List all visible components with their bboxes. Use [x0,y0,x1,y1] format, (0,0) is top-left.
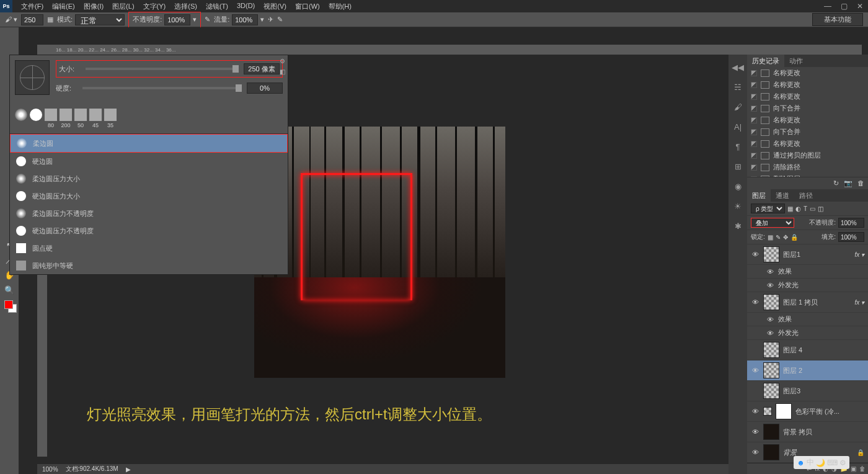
channels-tab[interactable]: 通道 [771,189,794,202]
visibility-toggle[interactable]: 👁 [751,366,760,375]
fx-badge[interactable]: fx ▾ [854,251,864,258]
layer-opacity-field[interactable] [838,218,864,228]
brush-list-item[interactable]: 圆点硬 [10,239,288,257]
lock-position-icon[interactable]: ✥ [783,234,788,241]
pressure-opacity-icon[interactable]: ✎ [205,16,210,24]
preset-thumb[interactable]: 45 [89,109,102,128]
visibility-toggle[interactable]: 👁 [766,329,774,338]
history-item[interactable]: 向下合并 [747,102,868,114]
zoom-value[interactable]: 100% [42,466,58,473]
brush-size-field[interactable] [21,14,43,25]
flow-field[interactable] [232,14,258,25]
menu-filter[interactable]: 滤镜(T) [202,1,232,12]
layers-tab[interactable]: 图层 [747,189,771,202]
actions-tab[interactable]: 动作 [784,55,808,67]
brush-list-item[interactable]: 硬边圆压力大小 [10,187,288,205]
character-icon[interactable]: A| [732,120,744,133]
history-item[interactable]: 通过拷贝的图层 [747,150,868,161]
visibility-toggle[interactable] [751,346,760,354]
history-camera-icon[interactable]: 📷 [844,179,852,187]
layer-item[interactable]: 👁图层 2 [747,360,868,381]
fill-field[interactable] [838,232,864,242]
preset-thumb[interactable]: 80 [45,109,57,128]
brush-presets-icon[interactable]: 🖌 [732,101,744,113]
brush-list-item[interactable]: 柔边圆 [10,134,288,153]
menu-select[interactable]: 选择(S) [170,1,201,12]
brush-list-item[interactable]: 圆钝形中等硬 [10,257,288,274]
history-item[interactable]: 名称更改 [747,91,868,102]
hardness-slider[interactable] [82,87,242,89]
layer-item[interactable]: 👁外发光 [747,326,868,340]
history-item[interactable]: 名称更改 [747,114,868,126]
brush-tool-icon[interactable]: 🖌 ▾ [5,16,17,24]
preset-thumb[interactable] [15,109,27,128]
history-item[interactable]: 名称更改 [747,67,868,79]
preset-thumb[interactable]: 200 [60,109,72,128]
lock-paint-icon[interactable]: ✎ [776,234,781,241]
layer-item[interactable]: 👁⚖色彩平衡 (冷... [747,401,868,422]
opacity-field[interactable] [164,14,190,25]
layer-filter-select[interactable]: ρ 类型 [751,203,785,213]
visibility-toggle[interactable]: 👁 [766,267,774,276]
menu-3d[interactable]: 3D(D) [233,1,259,12]
brush-list-item[interactable]: 柔边圆压力不透明度 [10,205,288,222]
menu-type[interactable]: 文字(Y) [140,1,170,12]
lock-pixels-icon[interactable]: ▦ [768,234,773,241]
brush-preset-toggle[interactable]: ▦ [47,16,53,24]
layer-item[interactable]: 👁图层 1 拷贝fx ▾ [747,292,868,313]
filter-smart-icon[interactable]: ◫ [818,205,823,212]
history-item[interactable]: 名称更改 [747,138,868,150]
layer-item[interactable]: 👁图层1fx ▾ [747,244,868,265]
blend-mode-layer-select[interactable]: 叠加 [751,218,794,228]
brush-list-item[interactable]: 硬边圆 [10,153,288,170]
history-trash-icon[interactable]: 🗑 [857,179,864,187]
filter-shape-icon[interactable]: ▭ [810,205,815,212]
pressure-size-icon[interactable]: ✎ [277,16,283,24]
dock-collapse-icon[interactable]: ◀◀ [732,61,744,73]
size-value[interactable] [244,63,280,74]
visibility-toggle[interactable]: 👁 [751,427,760,436]
lock-all-icon[interactable]: 🔒 [790,234,798,241]
opacity-dropdown-icon[interactable]: ▾ [193,16,197,24]
ime-indicator[interactable]: ☻ 中 🌙 ⌨ ⚙ [794,456,849,469]
color-icon[interactable]: ◉ [732,180,744,192]
hardness-value[interactable] [247,83,283,94]
history-item[interactable]: 清除路径 [747,161,868,173]
menu-layer[interactable]: 图层(L) [108,1,138,12]
preset-thumb[interactable]: 50 [74,109,87,128]
visibility-toggle[interactable]: 👁 [751,407,760,416]
layer-item[interactable]: 图层3 [747,381,868,401]
menu-image[interactable]: 图像(I) [80,1,107,12]
filter-pixel-icon[interactable]: ▦ [787,205,793,212]
color-swatch[interactable] [4,300,14,310]
visibility-toggle[interactable]: 👁 [766,281,774,290]
layer-item[interactable]: 👁背景 拷贝 [747,422,868,442]
menu-edit[interactable]: 编辑(E) [48,1,79,12]
brush-tip-preview[interactable] [15,60,50,95]
workspace-switcher[interactable]: 基本功能 [812,13,863,26]
filter-adjust-icon[interactable]: ◐ [795,205,801,212]
canvas-image[interactable] [254,127,505,378]
swatches-icon[interactable]: ⊞ [732,160,744,172]
airbrush-icon[interactable]: ✈ [268,16,273,24]
size-slider[interactable] [86,68,239,70]
delete-layer-icon[interactable]: 🗑 [859,465,866,472]
minimize-button[interactable]: — [820,1,836,12]
flow-dropdown-icon[interactable]: ▾ [260,16,264,24]
visibility-toggle[interactable]: 👁 [751,448,760,457]
layer-item[interactable]: 👁效果 [747,313,868,326]
history-item[interactable]: 名称更改 [747,79,868,91]
preset-thumb[interactable] [30,109,42,128]
visibility-toggle[interactable]: 👁 [766,315,774,324]
menu-view[interactable]: 视图(V) [260,1,290,12]
adjustments-icon[interactable]: ☀ [732,200,744,212]
layer-item[interactable]: 👁效果 [747,265,868,279]
brush-list-item[interactable]: 硬边圆压力不透明度 [10,222,288,239]
paths-tab[interactable]: 路径 [794,189,818,202]
history-tab[interactable]: 历史记录 [747,55,784,67]
zoom-tool[interactable]: 🔍 [2,283,16,297]
visibility-toggle[interactable]: 👁 [751,298,760,306]
history-snapshot-icon[interactable]: ↻ [833,179,839,187]
menu-window[interactable]: 窗口(W) [291,1,324,12]
styles-icon[interactable]: ✱ [732,220,744,232]
